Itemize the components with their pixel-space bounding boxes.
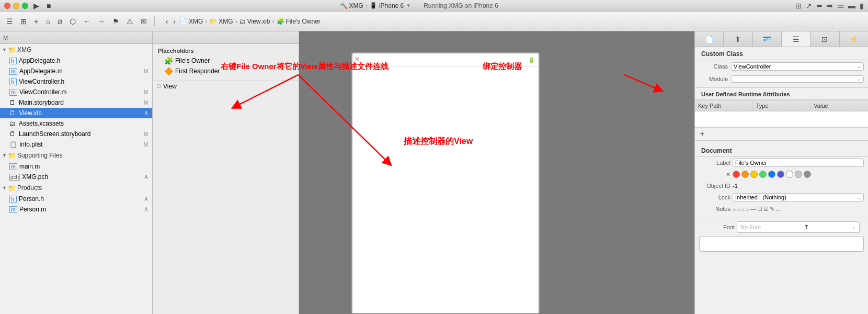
breadcrumb-item-1[interactable]: 📄 XMG [179,18,203,25]
label-field-input[interactable] [733,159,864,167]
xib-files-owner[interactable]: 🧩 File's Owner [156,55,295,66]
forward-nav-icon[interactable]: ➡ [827,2,833,10]
color-dot-lightgray[interactable] [795,171,802,178]
notes-align-center[interactable]: ≡ [737,206,740,212]
sidebar-item-person-h[interactable]: h Person.h A [0,194,152,204]
module-value-field[interactable]: ⌄ [731,75,864,83]
minimize-button[interactable] [13,3,19,9]
sidebar-item-assets[interactable]: 🗂 Assets.xcassets [0,118,152,129]
group-supporting[interactable]: ▼ 📁 Supporting Files [0,150,152,161]
badge-xmg-pch: A [144,174,148,180]
flag-icon-btn[interactable]: ⚑ [110,16,121,27]
iphone-close-btn[interactable]: ✕ [355,55,360,63]
group-xmg[interactable]: ▼ 📁 XMG [0,44,152,55]
file-icon-vc-h: h [9,78,17,85]
stop-button[interactable]: ■ [44,1,53,11]
notes-checkbox1[interactable]: ☐ [757,206,762,212]
font-field[interactable]: No Font T ⌄ [737,221,860,233]
color-dot-red[interactable] [733,171,740,178]
file-label-assets: Assets.xcassets [19,120,64,127]
breadcrumb: ‹ › 📄 XMG › 📁 XMG › 🗂 View.xib › 🧩 File'… [164,17,321,26]
class-value-field[interactable]: ViewController ⌄ [731,62,864,71]
color-dot-yellow[interactable] [750,171,758,178]
warning-icon-btn[interactable]: ⚠ [124,16,135,27]
svg-line-2 [624,75,659,90]
rpanel-tab-connections[interactable]: ⚡ [840,31,868,47]
rpanel-tab-arrow[interactable]: ⬆ [724,31,752,47]
comment-icon-btn[interactable]: ✉ [139,16,149,27]
notes-more[interactable]: … [775,206,781,212]
sidebar-item-appdelegate-m[interactable]: m AppDelegate.m M [0,66,152,76]
notes-dash: — [750,206,756,212]
bc-label-1: XMG [189,18,203,25]
color-dot-white[interactable] [786,171,793,178]
rpanel-tab-identity[interactable]: 🪪 [753,31,782,47]
rpanel-tab-file[interactable]: 📄 [695,31,724,47]
sidebar-toggle-icon[interactable]: ▭ [837,2,844,10]
group-products[interactable]: ▼ 📁 Products [0,182,152,194]
iphone-mockup: ✕ 🔋 [351,52,540,314]
grid-icon-btn[interactable]: ⊞ [18,16,29,27]
group-folder-icon-xmg: 📁 [8,46,16,54]
sidebar-item-appdelegate-h[interactable]: h AppDelegate.h [0,55,152,66]
lock-dropdown-arrow: ⌄ [857,195,861,200]
lock-value-field[interactable]: Inherited - (Nothing) ⌄ [733,193,864,201]
sidebar-item-person-m[interactable]: m Person.m A [0,204,152,215]
font-edit-icon[interactable]: T [805,224,808,230]
left-arrow-btn[interactable]: ← [81,16,93,27]
sidebar-item-viewcontroller-h[interactable]: h ViewController.h [0,76,152,87]
class-dropdown-arrow: ⌄ [857,64,861,69]
search-icon-btn[interactable]: ⬡ [67,16,78,27]
panel-toggle-icon[interactable]: ▬ [848,2,855,10]
add-icon-btn[interactable]: + [32,16,40,27]
user-defined-header: User Defined Runtime Attributes [695,88,868,100]
sidebar-item-main-storyboard[interactable]: 🗒 Main.storyboard M [0,97,152,108]
group-arrow-products: ▼ [2,185,7,190]
sidebar-item-launch-sb[interactable]: 🗒 LaunchScreen.storyboard M [0,129,152,139]
right-arrow-btn[interactable]: → [96,16,107,27]
breadcrumb-item-4[interactable]: 🧩 File's Owner [277,18,321,25]
share-icon[interactable]: ↗ [806,2,812,10]
home-icon-btn[interactable]: ⌂ [43,16,52,27]
rpanel-tab-size[interactable]: ⊡ [810,31,839,47]
folder-icon-btn[interactable]: ⧄ [55,16,64,27]
color-dot-orange[interactable] [741,171,749,178]
inspector-toggle-icon[interactable]: ▮ [860,2,864,10]
close-button[interactable] [4,3,10,9]
notes-checkbox2[interactable]: ☑ [763,206,769,212]
sidebar-item-info-plist[interactable]: 📋 Info.plist M [0,139,152,150]
xib-first-responder[interactable]: 🔶 First Responder [156,66,295,76]
sidebar-item-main-m[interactable]: m main.m [0,161,152,172]
maximize-button[interactable] [22,3,28,9]
bc-label-4: File's Owner [286,18,321,25]
notes-align-right[interactable]: ≡ [741,206,745,212]
color-dot-green[interactable] [759,171,767,178]
lock-label: Lock [699,194,730,200]
sidebar-item-xmg-pch[interactable]: pch XMG.pch A [0,172,152,182]
rpanel-tab-attributes[interactable]: ☰ [782,31,810,47]
bc-arrow-2: › [235,18,237,25]
xib-view-item[interactable]: ☐ View [153,81,299,91]
run-button[interactable]: ▶ [31,1,41,11]
notes-align-left[interactable]: ≡ [733,206,736,212]
add-runtime-attr-btn[interactable]: + [697,129,707,139]
color-dot-purple[interactable] [777,171,784,178]
back-nav-icon[interactable]: ⬅ [816,2,823,10]
document-header: Document [695,144,868,157]
file-icon-assets: 🗂 [9,120,17,127]
file-icon-vc-m: m [9,89,17,96]
sidebar-icon-btn[interactable]: ☰ [4,16,15,27]
class-label: Class [699,63,728,70]
breadcrumb-item-3[interactable]: 🗂 View.xib [239,18,270,25]
notes-align-justify[interactable]: ≡ [746,206,749,212]
breadcrumb-item-2[interactable]: 📁 XMG [209,18,233,25]
notes-edit[interactable]: ✎ [770,206,774,212]
sidebar-item-viewcontroller-m[interactable]: m ViewController.m M [0,87,152,97]
color-dot-blue[interactable] [768,171,775,178]
sidebar-item-view-xib[interactable]: 🗒 View.xib A [0,108,152,118]
color-dot-gray[interactable] [804,171,811,178]
breadcrumb-forward-btn[interactable]: › [172,17,177,26]
file-label-appdelegate-h: AppDelegate.h [19,57,60,64]
breadcrumb-back-btn[interactable]: ‹ [164,17,170,26]
split-icon[interactable]: ⊞ [795,2,802,10]
